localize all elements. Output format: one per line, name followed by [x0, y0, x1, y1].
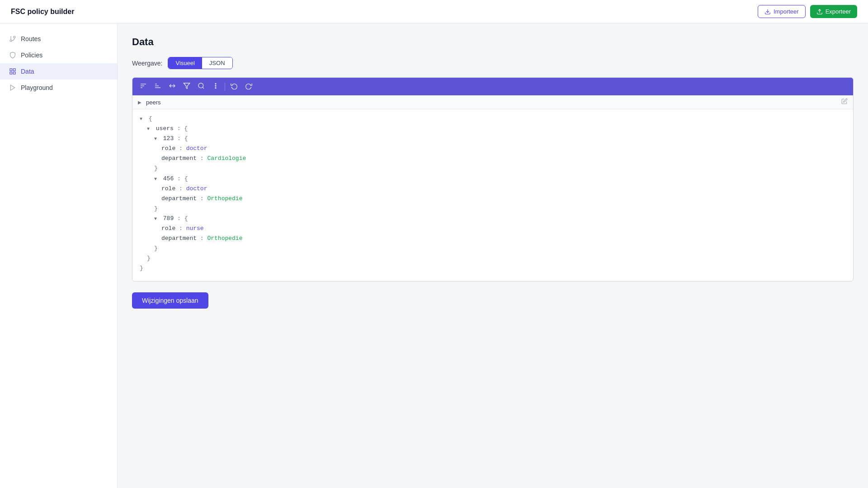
sort-num-icon	[169, 82, 176, 89]
svg-marker-17	[184, 83, 189, 89]
toolbar-redo-button[interactable]	[242, 80, 255, 93]
tree-123-close: }	[154, 164, 846, 174]
view-toggle-label: Weergave:	[132, 60, 162, 67]
sidebar: Routes Policies Data Playground	[0, 23, 118, 488]
search-icon	[198, 82, 205, 89]
svg-point-4	[10, 40, 12, 42]
svg-line-19	[203, 87, 204, 89]
save-button[interactable]: Wijzigingen opslaan	[132, 292, 208, 309]
tree-789-close: }	[154, 244, 846, 253]
export-icon	[816, 9, 823, 15]
toolbar-more-button[interactable]	[209, 80, 222, 93]
tree-123-row: 123 : {	[154, 134, 846, 144]
tree-users-close: }	[147, 253, 846, 263]
toolbar-separator	[225, 83, 225, 91]
svg-marker-9	[10, 85, 14, 90]
view-toggle-buttons: Visueel JSON	[168, 57, 232, 69]
sidebar-item-label: Policies	[21, 52, 42, 59]
toolbar-sort-az-button[interactable]	[137, 80, 150, 93]
import-button[interactable]: Importeer	[758, 5, 806, 18]
peers-edit-icon[interactable]	[841, 98, 848, 106]
json-panel: peers { users : {	[132, 77, 854, 282]
json-tree: { users : { 123 : { role : docto	[132, 109, 853, 281]
export-button[interactable]: Exporteer	[810, 5, 857, 18]
toolbar-filter-button[interactable]	[180, 80, 193, 93]
topbar-actions: Importeer Exporteer	[758, 5, 857, 18]
import-icon	[764, 9, 771, 15]
123-collapse-icon[interactable]	[154, 135, 160, 143]
toolbar-sort-num-button[interactable]	[166, 80, 179, 93]
svg-point-21	[215, 85, 216, 86]
filter-icon	[183, 82, 190, 89]
toolbar-sort-za-button[interactable]	[151, 80, 164, 93]
sidebar-item-label: Playground	[21, 84, 53, 91]
sidebar-item-policies[interactable]: Policies	[0, 47, 117, 63]
svg-point-3	[14, 36, 15, 38]
page-title: Data	[132, 36, 854, 48]
redo-icon	[245, 82, 252, 89]
tree-456-row: 456 : {	[154, 174, 846, 184]
456-collapse-icon[interactable]	[154, 175, 160, 183]
main-content: Data Weergave: Visueel JSON	[118, 23, 868, 488]
toolbar-search-button[interactable]	[195, 80, 208, 93]
layout: Routes Policies Data Playground Data Wee…	[0, 23, 868, 488]
tree-789-row: 789 : {	[154, 214, 846, 224]
view-btn-json[interactable]: JSON	[202, 57, 232, 69]
tree-789-role: role : nurse	[161, 224, 846, 234]
sort-az-icon	[140, 82, 147, 89]
tree-123-department: department : Cardiologie	[161, 154, 846, 164]
789-collapse-icon[interactable]	[154, 215, 160, 223]
play-icon	[9, 84, 16, 91]
svg-point-20	[215, 83, 216, 84]
peers-row: peers	[132, 95, 853, 109]
svg-rect-6	[13, 69, 15, 71]
peers-label: peers	[138, 99, 161, 106]
peers-collapse-icon[interactable]	[138, 100, 143, 105]
tree-users-row: users : {	[147, 124, 846, 134]
svg-point-22	[215, 88, 216, 89]
tree-456-role: role : doctor	[161, 184, 846, 194]
tree-456-close: }	[154, 204, 846, 214]
tree-root-open: {	[140, 114, 846, 124]
tree-123-role: role : doctor	[161, 144, 846, 154]
sidebar-item-routes[interactable]: Routes	[0, 31, 117, 47]
fork-icon	[9, 35, 16, 42]
sidebar-item-label: Data	[21, 68, 34, 75]
tree-789-department: department : Orthopedie	[161, 234, 846, 244]
sidebar-item-playground[interactable]: Playground	[0, 80, 117, 96]
svg-rect-8	[10, 72, 12, 74]
app-title: FSC policy builder	[11, 8, 74, 16]
svg-rect-7	[13, 72, 15, 74]
sidebar-item-data[interactable]: Data	[0, 63, 117, 80]
tree-root-close: }	[140, 263, 846, 273]
sidebar-item-label: Routes	[21, 35, 41, 42]
view-toggle-row: Weergave: Visueel JSON	[132, 57, 854, 69]
shield-icon	[9, 52, 16, 59]
svg-rect-5	[10, 69, 12, 71]
json-toolbar	[132, 78, 853, 95]
svg-point-18	[198, 83, 203, 88]
users-collapse-icon[interactable]	[147, 125, 152, 133]
sort-za-icon	[154, 82, 161, 89]
tree-456-department: department : Orthopedie	[161, 194, 846, 204]
more-icon	[212, 82, 219, 89]
view-btn-visueel[interactable]: Visueel	[168, 57, 202, 69]
undo-icon	[231, 82, 238, 89]
root-collapse-icon[interactable]	[140, 115, 145, 123]
topbar: FSC policy builder Importeer Exporteer	[0, 0, 868, 23]
grid-icon	[9, 68, 16, 75]
toolbar-undo-button[interactable]	[228, 80, 241, 93]
